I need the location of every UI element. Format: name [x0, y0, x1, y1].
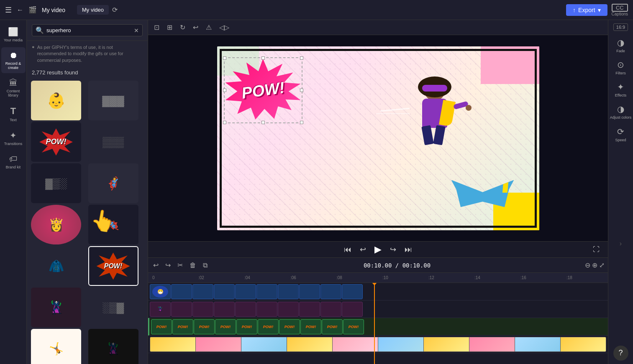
panel-header: 🔍 ✕ — [27, 20, 148, 41]
comic-scene: POW! — [217, 46, 539, 230]
hamburger-icon[interactable]: ☰ — [5, 5, 12, 15]
right-panel-adjust-colors[interactable]: ◑ Adjust colors — [610, 104, 632, 120]
captions-button[interactable]: CC Captions — [612, 4, 628, 16]
right-panel-filters[interactable]: ⊙ Filters — [615, 60, 626, 75]
export-button[interactable]: ↑ Export ▾ — [566, 4, 607, 16]
left-sidebar: ⬜ Your media ⏺ Record &create 🏛 Contentl… — [0, 20, 27, 364]
clear-search-button[interactable]: ✕ — [134, 27, 139, 34]
text-icon: T — [10, 106, 16, 117]
undo-button[interactable]: ↩ — [190, 22, 201, 33]
zoom-fit-button[interactable]: ⤢ — [599, 261, 605, 269]
fade-icon: ◑ — [617, 38, 624, 48]
center-area: ⊡ ⊞ ↻ ↩ ⚠ ◁▷ — [148, 20, 608, 364]
timeline-area: ↩ ↪ ✂ 🗑 ⧉ 00:10.00 / 00:10.00 ⊖ ⊕ ⤢ — [148, 257, 608, 364]
blue-mask-decoration — [451, 180, 514, 207]
adjust-colors-icon: ◑ — [617, 104, 624, 114]
content-library-icon: 🏛 — [9, 78, 18, 88]
effects-icon: ✦ — [617, 82, 624, 92]
right-panel-speed[interactable]: ⟳ Speed — [615, 127, 626, 142]
ruler-mark-8: :16 — [520, 275, 566, 280]
skip-forward-button[interactable]: ⏭ — [405, 245, 412, 254]
ruler-mark-9: :18 — [566, 275, 608, 280]
ruler-mark-4: :08 — [336, 275, 382, 280]
track-row-3: POW! POW! POW! POW! POW! POW! POW! POW! … — [148, 318, 608, 336]
fullscreen-button[interactable]: ⛶ — [593, 246, 600, 253]
tl-cut-button[interactable]: ✂ — [176, 260, 185, 271]
sticker-item-red-hero[interactable]: 🦹 — [31, 288, 81, 327]
zoom-in-button[interactable]: ⊕ — [592, 261, 597, 269]
sidebar-label-content-library: Contentlibrary — [7, 89, 20, 97]
warning-button[interactable]: ⚠ — [203, 22, 214, 33]
sticker-item-pow1[interactable]: POW! — [31, 122, 81, 162]
hero-character — [414, 80, 456, 147]
stickers-panel: 🔍 ✕ ● As per GIPHY's terms of use, it is… — [27, 20, 148, 364]
aspect-ratio-badge[interactable]: 16:9 — [613, 23, 628, 31]
help-button[interactable]: ? — [613, 346, 628, 361]
pow-sticker-element[interactable]: POW! — [226, 59, 301, 122]
sticker-item-pow-active[interactable]: POW! Add to timeline — [88, 246, 138, 286]
giphy-notice: ● As per GIPHY's terms of use, it is not… — [27, 41, 148, 67]
sticker-item-fly[interactable]: 🦸 — [88, 163, 138, 203]
right-panel-fade[interactable]: ◑ Fade — [616, 38, 625, 53]
sidebar-label-your-media: Your media — [4, 38, 23, 42]
ruler-mark-3: :06 — [290, 275, 336, 280]
cloud-sync-icon[interactable]: ⟳ — [112, 6, 118, 14]
sticker-item-dark[interactable]: 🦹 — [88, 329, 138, 364]
sidebar-item-text[interactable]: T Text — [1, 102, 26, 125]
sidebar-item-brand-kit[interactable]: 🏷 Brand kit — [1, 151, 26, 173]
right-panel-effects[interactable]: ✦ Effects — [615, 82, 626, 97]
file-icon: 🎬 — [28, 6, 37, 14]
rewind-button[interactable]: ↩ — [360, 245, 366, 254]
export-icon: ↑ — [573, 7, 576, 13]
ruler-mark-2: :04 — [243, 275, 290, 280]
ruler-marks: 0 :02 :04 :06 :08 :10 :12 :14 :16 :18 — [151, 275, 608, 280]
project-title: My video — [42, 7, 65, 13]
ruler-mark-0: 0 — [151, 275, 197, 280]
your-media-icon: ⬜ — [8, 27, 18, 37]
back-button[interactable]: ← — [17, 6, 23, 14]
search-input[interactable] — [46, 27, 131, 33]
sticker-item-baby[interactable]: 👶 — [31, 81, 81, 120]
tab-my-video[interactable]: My video — [77, 5, 109, 15]
sticker-item-fly2[interactable]: 🦸 — [88, 205, 138, 244]
skip-back-button[interactable]: ⏮ — [344, 245, 351, 254]
collapse-right-panel-button[interactable]: › — [620, 240, 622, 247]
rotate-button[interactable]: ↻ — [177, 22, 188, 33]
crop-button[interactable]: ⊞ — [164, 22, 175, 33]
track-row-1: 😷 — [148, 283, 608, 300]
tl-redo-button[interactable]: ↪ — [164, 260, 172, 271]
sticker-item-cape[interactable]: 🧥 — [31, 246, 81, 286]
main-layout: ⬜ Your media ⏺ Record &create 🏛 Contentl… — [0, 20, 633, 364]
sticker-item-wonder[interactable]: 👸 — [31, 205, 81, 244]
sidebar-item-record[interactable]: ⏺ Record &create — [1, 47, 26, 73]
transitions-icon: ✦ — [10, 130, 17, 140]
sticker-item-grab[interactable]: 🤸 — [31, 329, 81, 364]
giphy-notice-text: As per GIPHY's terms of use, it is not r… — [37, 44, 143, 64]
export-dropdown-icon: ▾ — [598, 7, 601, 13]
sidebar-item-content-library[interactable]: 🏛 Contentlibrary — [1, 75, 26, 101]
sticker-grid: 👶 ▓▓▓ POW! ▒▒▒ ▓▒░ 🦸 👸 — [27, 78, 148, 364]
sidebar-item-transitions[interactable]: ✦ Transitions — [1, 127, 26, 149]
sticker-item-4[interactable]: ▒▒▒ — [88, 122, 138, 162]
sticker-item-2[interactable]: ▓▓▓ — [88, 81, 138, 120]
zoom-out-button[interactable]: ⊖ — [585, 261, 590, 269]
speed-icon: ⟳ — [617, 127, 624, 137]
timeline-timecode: 00:10.00 / 00:10.00 — [364, 262, 431, 269]
crop-fit-button[interactable]: ⊡ — [151, 22, 162, 33]
right-panel: 16:9 ◑ Fade ⊙ Filters ✦ Effects ◑ Adjust… — [608, 20, 633, 364]
video-canvas: POW! — [148, 35, 608, 241]
sidebar-label-text: Text — [10, 118, 17, 122]
tl-duplicate-button[interactable]: ⧉ — [201, 260, 209, 271]
fast-forward-button[interactable]: ↪ — [390, 245, 396, 254]
sidebar-label-brand-kit: Brand kit — [6, 165, 21, 169]
flip-button[interactable]: ◁▷ — [217, 22, 232, 33]
ruler-mark-6: :12 — [428, 275, 474, 280]
sticker-item-hero2[interactable]: ░▒▓ — [88, 288, 138, 327]
tl-undo-button[interactable]: ↩ — [151, 260, 160, 271]
timeline-tracks-container: 😷 🦹 — [148, 283, 608, 364]
sticker-item-run[interactable]: ▓▒░ — [31, 163, 81, 203]
tl-delete-button[interactable]: 🗑 — [188, 260, 198, 271]
results-count: 2,772 results found — [27, 67, 148, 78]
play-button[interactable]: ▶ — [374, 244, 382, 255]
sidebar-item-your-media[interactable]: ⬜ Your media — [1, 23, 26, 46]
